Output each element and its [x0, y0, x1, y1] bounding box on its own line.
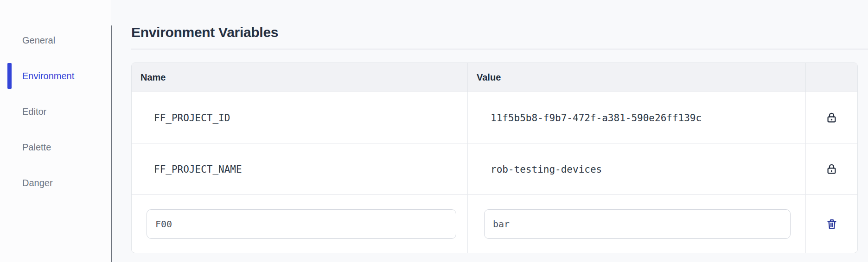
actions-cell	[806, 144, 857, 194]
env-var-name-input[interactable]	[147, 209, 456, 239]
name-cell: FF_PROJECT_NAME	[132, 144, 468, 194]
actions-cell	[806, 195, 857, 253]
name-cell: FF_PROJECT_ID	[132, 92, 468, 143]
env-var-value-input[interactable]	[484, 209, 791, 239]
table-row: FF_PROJECT_NAME rob-testing-devices	[132, 144, 857, 195]
value-cell: 11f5b5b8-f9b7-472f-a381-590e26ff139c	[468, 92, 806, 143]
env-vars-table: Name Value FF_PROJECT_ID 11f5b5b8-f9b7-4…	[131, 62, 858, 253]
title-divider	[131, 49, 868, 50]
sidebar-item-label: Editor	[22, 106, 46, 117]
env-var-value: rob-testing-devices	[491, 164, 602, 175]
settings-nav: General Environment Editor Palette Dange…	[0, 30, 111, 208]
table-row-editable	[132, 195, 857, 253]
sidebar-item-label: General	[22, 35, 55, 46]
column-header-name: Name	[132, 63, 468, 92]
trash-icon[interactable]	[826, 218, 838, 230]
env-var-value: 11f5b5b8-f9b7-472f-a381-590e26ff139c	[491, 112, 702, 124]
lock-icon	[825, 162, 838, 176]
actions-cell	[806, 92, 857, 143]
sidebar-item-palette[interactable]: Palette	[0, 137, 111, 158]
sidebar-item-label: Environment	[22, 71, 74, 81]
env-var-name: FF_PROJECT_NAME	[154, 164, 242, 175]
sidebar-item-danger[interactable]: Danger	[0, 172, 111, 193]
column-header-value: Value	[468, 63, 806, 92]
active-indicator	[7, 63, 12, 89]
name-cell	[132, 195, 468, 253]
lock-icon	[825, 111, 838, 125]
sidebar-item-environment[interactable]: Environment	[0, 65, 111, 87]
sidebar-item-label: Palette	[22, 142, 51, 153]
column-header-actions	[806, 63, 857, 92]
table-row: FF_PROJECT_ID 11f5b5b8-f9b7-472f-a381-59…	[132, 92, 857, 144]
value-cell: rob-testing-devices	[468, 144, 806, 194]
value-cell	[468, 195, 806, 253]
sidebar-item-general[interactable]: General	[0, 30, 111, 51]
environment-settings-panel: Environment Variables Name Value FF_PROJ…	[112, 0, 868, 262]
page-title: Environment Variables	[131, 25, 278, 40]
sidebar-item-label: Danger	[22, 178, 53, 188]
sidebar-item-editor[interactable]: Editor	[0, 101, 111, 122]
env-var-name: FF_PROJECT_ID	[154, 112, 230, 124]
table-header-row: Name Value	[132, 63, 857, 92]
settings-sidebar: General Environment Editor Palette Dange…	[0, 0, 111, 262]
